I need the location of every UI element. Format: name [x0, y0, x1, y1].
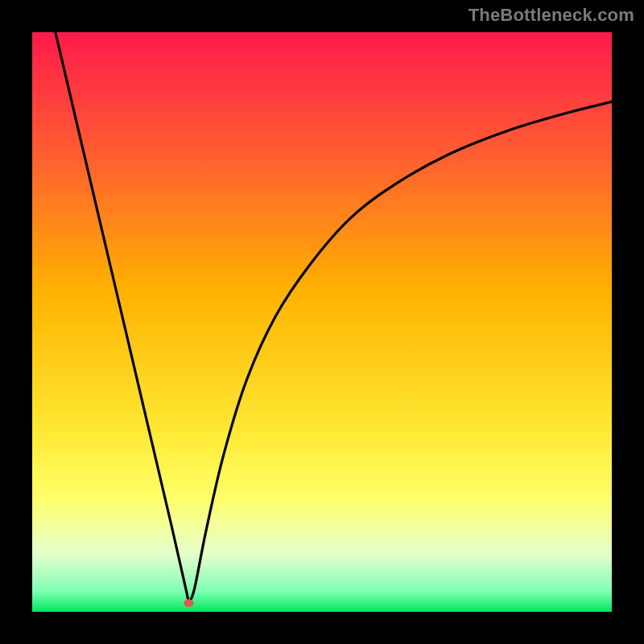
chart-plot: [32, 32, 612, 612]
minimum-marker: [184, 599, 193, 607]
watermark-text: TheBottleneck.com: [469, 5, 634, 26]
chart-background: [32, 32, 612, 612]
chart-frame: TheBottleneck.com: [0, 0, 644, 644]
